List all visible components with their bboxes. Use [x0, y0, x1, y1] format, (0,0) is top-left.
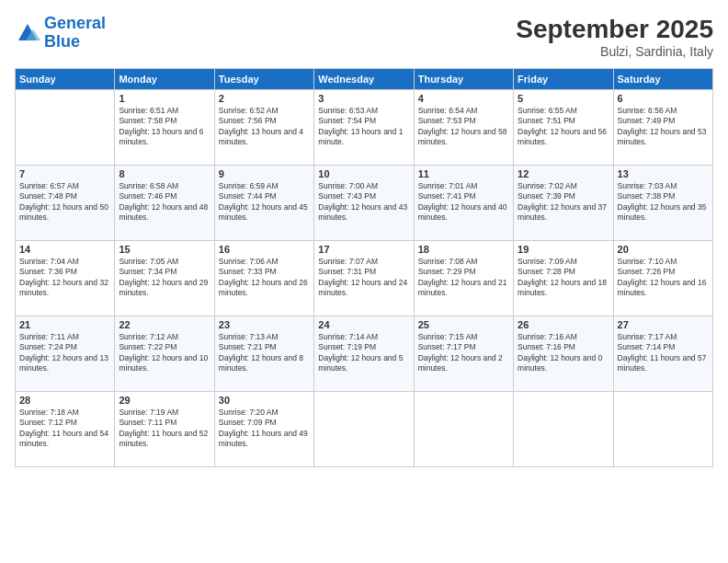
- day-info: Sunrise: 6:54 AMSunset: 7:53 PMDaylight:…: [418, 106, 509, 148]
- day-info: Sunrise: 7:10 AMSunset: 7:26 PMDaylight:…: [618, 257, 709, 299]
- logo: General Blue: [15, 15, 106, 52]
- title-block: September 2025 Bulzi, Sardinia, Italy: [516, 15, 713, 59]
- day-info: Sunrise: 7:01 AMSunset: 7:41 PMDaylight:…: [418, 181, 509, 224]
- calendar-cell: 26 Sunrise: 7:16 AMSunset: 7:16 PMDaylig…: [514, 316, 613, 392]
- day-info: Sunrise: 7:12 AMSunset: 7:22 PMDaylight:…: [119, 332, 210, 374]
- day-info: Sunrise: 6:58 AMSunset: 7:46 PMDaylight:…: [119, 181, 210, 224]
- calendar-cell: 6 Sunrise: 6:56 AMSunset: 7:49 PMDayligh…: [613, 90, 712, 166]
- day-info: Sunrise: 6:55 AMSunset: 7:51 PMDaylight:…: [518, 106, 609, 148]
- day-number: 2: [219, 93, 310, 104]
- day-info: Sunrise: 7:05 AMSunset: 7:34 PMDaylight:…: [119, 257, 210, 299]
- calendar-cell: 13 Sunrise: 7:03 AMSunset: 7:38 PMDaylig…: [613, 166, 712, 241]
- day-info: Sunrise: 7:14 AMSunset: 7:19 PMDaylight:…: [318, 332, 409, 374]
- calendar-cell: 8 Sunrise: 6:58 AMSunset: 7:46 PMDayligh…: [115, 166, 214, 241]
- day-info: Sunrise: 7:03 AMSunset: 7:38 PMDaylight:…: [618, 181, 709, 224]
- calendar-week-2: 7 Sunrise: 6:57 AMSunset: 7:48 PMDayligh…: [16, 166, 713, 241]
- day-number: 15: [119, 244, 210, 255]
- calendar-cell: 10 Sunrise: 7:00 AMSunset: 7:43 PMDaylig…: [314, 166, 414, 241]
- day-number: 26: [518, 319, 609, 330]
- day-info: Sunrise: 6:51 AMSunset: 7:58 PMDaylight:…: [119, 106, 210, 148]
- calendar-week-4: 21 Sunrise: 7:11 AMSunset: 7:24 PMDaylig…: [16, 316, 713, 392]
- calendar-cell: 20 Sunrise: 7:10 AMSunset: 7:26 PMDaylig…: [613, 241, 712, 316]
- calendar-cell: 5 Sunrise: 6:55 AMSunset: 7:51 PMDayligh…: [514, 90, 613, 166]
- calendar-cell: 7 Sunrise: 6:57 AMSunset: 7:48 PMDayligh…: [16, 166, 115, 241]
- month-title: September 2025: [516, 15, 713, 44]
- day-number: 18: [418, 244, 509, 255]
- day-number: 20: [618, 244, 709, 255]
- day-number: 27: [618, 319, 709, 330]
- day-info: Sunrise: 6:56 AMSunset: 7:49 PMDaylight:…: [618, 106, 709, 148]
- day-number: 28: [19, 395, 110, 406]
- calendar-cell: 23 Sunrise: 7:13 AMSunset: 7:21 PMDaylig…: [214, 316, 313, 392]
- day-number: 4: [418, 93, 509, 104]
- day-number: 14: [19, 244, 110, 255]
- day-number: 12: [518, 168, 609, 179]
- day-info: Sunrise: 7:08 AMSunset: 7:29 PMDaylight:…: [418, 257, 509, 299]
- logo-icon: [15, 20, 40, 46]
- calendar-cell: 30 Sunrise: 7:20 AMSunset: 7:09 PMDaylig…: [214, 392, 313, 467]
- day-info: Sunrise: 6:53 AMSunset: 7:54 PMDaylight:…: [318, 106, 409, 148]
- day-number: 29: [119, 395, 210, 406]
- calendar-cell: 21 Sunrise: 7:11 AMSunset: 7:24 PMDaylig…: [16, 316, 115, 392]
- day-number: 30: [219, 395, 310, 406]
- day-number: 24: [318, 319, 409, 330]
- day-number: 17: [318, 244, 409, 255]
- calendar-cell: [16, 90, 115, 166]
- day-info: Sunrise: 7:15 AMSunset: 7:17 PMDaylight:…: [418, 332, 509, 374]
- calendar-cell: [514, 392, 613, 467]
- day-number: 5: [518, 93, 609, 104]
- header-day-wednesday: Wednesday: [314, 69, 414, 90]
- logo-blue: Blue: [44, 32, 80, 51]
- calendar-cell: 25 Sunrise: 7:15 AMSunset: 7:17 PMDaylig…: [414, 316, 513, 392]
- logo-text: General Blue: [44, 15, 106, 52]
- day-info: Sunrise: 6:59 AMSunset: 7:44 PMDaylight:…: [219, 181, 310, 224]
- day-info: Sunrise: 7:07 AMSunset: 7:31 PMDaylight:…: [318, 257, 409, 299]
- day-info: Sunrise: 7:20 AMSunset: 7:09 PMDaylight:…: [219, 408, 310, 450]
- page-header: General Blue September 2025 Bulzi, Sardi…: [15, 15, 713, 59]
- day-number: 3: [318, 93, 409, 104]
- day-info: Sunrise: 7:16 AMSunset: 7:16 PMDaylight:…: [518, 332, 609, 374]
- calendar-cell: 4 Sunrise: 6:54 AMSunset: 7:53 PMDayligh…: [414, 90, 513, 166]
- header-day-thursday: Thursday: [414, 69, 513, 90]
- calendar-week-1: 1 Sunrise: 6:51 AMSunset: 7:58 PMDayligh…: [16, 90, 713, 166]
- day-number: 25: [418, 319, 509, 330]
- calendar-cell: 18 Sunrise: 7:08 AMSunset: 7:29 PMDaylig…: [414, 241, 513, 316]
- calendar-cell: 15 Sunrise: 7:05 AMSunset: 7:34 PMDaylig…: [115, 241, 214, 316]
- day-info: Sunrise: 7:17 AMSunset: 7:14 PMDaylight:…: [618, 332, 709, 374]
- calendar-cell: 29 Sunrise: 7:19 AMSunset: 7:11 PMDaylig…: [115, 392, 214, 467]
- calendar-cell: 12 Sunrise: 7:02 AMSunset: 7:39 PMDaylig…: [514, 166, 613, 241]
- day-number: 11: [418, 168, 509, 179]
- day-info: Sunrise: 6:57 AMSunset: 7:48 PMDaylight:…: [19, 181, 110, 224]
- day-info: Sunrise: 7:19 AMSunset: 7:11 PMDaylight:…: [119, 408, 210, 450]
- day-info: Sunrise: 7:00 AMSunset: 7:43 PMDaylight:…: [318, 181, 409, 224]
- day-number: 22: [119, 319, 210, 330]
- calendar-week-5: 28 Sunrise: 7:18 AMSunset: 7:12 PMDaylig…: [16, 392, 713, 467]
- calendar-cell: 27 Sunrise: 7:17 AMSunset: 7:14 PMDaylig…: [613, 316, 712, 392]
- calendar-cell: 11 Sunrise: 7:01 AMSunset: 7:41 PMDaylig…: [414, 166, 513, 241]
- calendar-cell: 1 Sunrise: 6:51 AMSunset: 7:58 PMDayligh…: [115, 90, 214, 166]
- day-info: Sunrise: 7:06 AMSunset: 7:33 PMDaylight:…: [219, 257, 310, 299]
- day-number: 7: [19, 168, 110, 179]
- header-day-sunday: Sunday: [16, 69, 115, 90]
- calendar-header-row: SundayMondayTuesdayWednesdayThursdayFrid…: [16, 69, 713, 90]
- header-day-monday: Monday: [115, 69, 214, 90]
- calendar-cell: 2 Sunrise: 6:52 AMSunset: 7:56 PMDayligh…: [214, 90, 313, 166]
- calendar-cell: 17 Sunrise: 7:07 AMSunset: 7:31 PMDaylig…: [314, 241, 414, 316]
- day-info: Sunrise: 7:13 AMSunset: 7:21 PMDaylight:…: [219, 332, 310, 374]
- day-info: Sunrise: 7:02 AMSunset: 7:39 PMDaylight:…: [518, 181, 609, 224]
- calendar-cell: [414, 392, 513, 467]
- day-info: Sunrise: 7:04 AMSunset: 7:36 PMDaylight:…: [19, 257, 110, 299]
- day-number: 13: [618, 168, 709, 179]
- day-info: Sunrise: 7:18 AMSunset: 7:12 PMDaylight:…: [19, 408, 110, 450]
- day-number: 21: [19, 319, 110, 330]
- header-day-friday: Friday: [514, 69, 613, 90]
- calendar-week-3: 14 Sunrise: 7:04 AMSunset: 7:36 PMDaylig…: [16, 241, 713, 316]
- day-number: 9: [219, 168, 310, 179]
- day-number: 6: [618, 93, 709, 104]
- location: Bulzi, Sardinia, Italy: [516, 44, 713, 59]
- calendar-cell: [613, 392, 712, 467]
- header-day-tuesday: Tuesday: [214, 69, 313, 90]
- logo-general: General: [44, 14, 106, 32]
- header-day-saturday: Saturday: [613, 69, 712, 90]
- calendar-cell: 14 Sunrise: 7:04 AMSunset: 7:36 PMDaylig…: [16, 241, 115, 316]
